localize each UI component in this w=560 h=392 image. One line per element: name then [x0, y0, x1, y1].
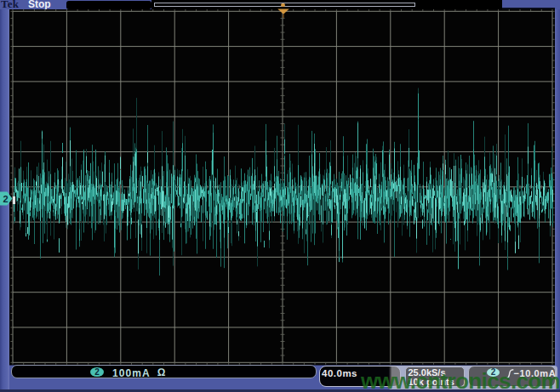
- svg-text:2: 2: [3, 194, 9, 204]
